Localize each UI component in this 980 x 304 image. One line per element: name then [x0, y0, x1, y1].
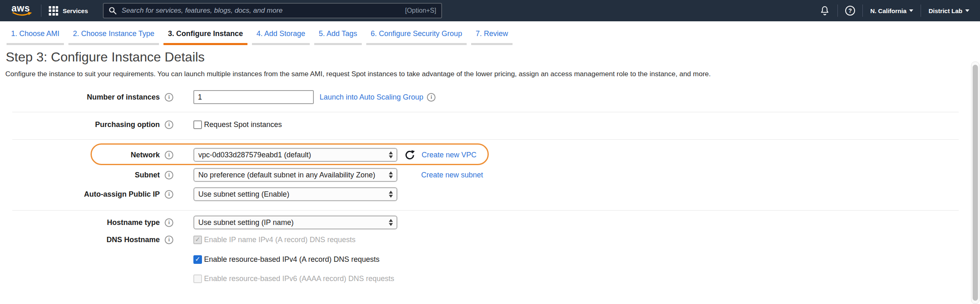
create-new-subnet-link[interactable]: Create new subnet — [421, 171, 483, 179]
nav-divider — [862, 5, 863, 17]
auto-assign-public-ip-label: Auto-assign Public IP — [0, 190, 160, 199]
row-hostname-type: Hostname type i Use subnet setting (IP n… — [0, 215, 397, 230]
create-new-vpc-link[interactable]: Create new VPC — [422, 151, 476, 159]
enable-ip-name-ipv4-label: Enable IP name IPv4 (A record) DNS reque… — [204, 236, 356, 244]
tab-choose-ami[interactable]: 1. Choose AMI — [7, 29, 64, 45]
region-selector[interactable]: N. California — [870, 7, 913, 14]
subnet-label: Subnet — [0, 171, 160, 179]
info-icon[interactable]: i — [427, 93, 436, 102]
select-arrows-icon — [389, 191, 393, 198]
bell-icon — [819, 5, 830, 16]
purchasing-option-label: Purchasing option — [0, 120, 160, 129]
search-icon — [109, 7, 117, 15]
auto-assign-public-ip-select[interactable]: Use subnet setting (Enable) — [193, 187, 397, 201]
info-icon[interactable]: i — [165, 93, 173, 102]
row-number-of-instances: Number of instances i Launch into Auto S… — [0, 90, 436, 104]
tab-choose-instance-type[interactable]: 2. Choose Instance Type — [68, 29, 159, 45]
tab-configure-instance[interactable]: 3. Configure Instance — [163, 29, 247, 45]
request-spot-instances-checkbox[interactable] — [193, 120, 202, 129]
info-icon[interactable]: i — [165, 190, 173, 199]
wizard-step-tabs: 1. Choose AMI 2. Choose Instance Type 3.… — [0, 21, 980, 45]
search-shortcut-hint: [Option+S] — [405, 7, 436, 14]
services-menu[interactable]: Services — [49, 6, 88, 16]
help-button[interactable]: ? — [845, 6, 855, 16]
tab-review[interactable]: 7. Review — [471, 29, 513, 45]
refresh-icon — [404, 150, 415, 161]
topbar-right-cluster: ? N. California District Lab — [819, 5, 969, 17]
row-resource-based-ipv6: Enable resource-based IPv6 (AAAA record)… — [0, 271, 394, 286]
hostname-type-select[interactable]: Use subnet setting (IP name) — [193, 216, 397, 229]
select-arrows-icon — [389, 172, 393, 179]
hostname-type-label: Hostname type — [0, 218, 160, 227]
info-icon[interactable]: i — [165, 120, 173, 129]
configure-instance-form: Number of instances i Launch into Auto S… — [0, 82, 980, 304]
info-icon[interactable]: i — [165, 218, 173, 227]
enable-resource-based-ipv6-checkbox — [193, 275, 202, 283]
enable-resource-based-ipv6-label: Enable resource-based IPv6 (AAAA record)… — [204, 275, 394, 283]
notifications-button[interactable] — [819, 5, 830, 16]
aws-logo[interactable]: aws — [11, 3, 34, 18]
account-label: District Lab — [928, 7, 962, 14]
help-icon: ? — [845, 6, 855, 16]
tab-configure-security-group[interactable]: 6. Configure Security Group — [366, 29, 467, 45]
row-purchasing-option: Purchasing option i Request Spot instanc… — [0, 117, 282, 132]
select-arrows-icon — [389, 152, 393, 159]
enable-ip-name-ipv4-checkbox: ✓ — [193, 236, 202, 244]
select-arrows-icon — [389, 219, 393, 226]
services-grid-icon — [49, 6, 58, 16]
nav-divider — [41, 5, 41, 17]
tab-add-storage[interactable]: 4. Add Storage — [252, 29, 310, 45]
hostname-type-value: Use subnet setting (IP name) — [198, 218, 294, 227]
section-divider — [12, 139, 959, 140]
subnet-select-value: No preference (default subnet in any Ava… — [198, 171, 375, 179]
section-divider — [12, 210, 959, 211]
request-spot-instances-label: Request Spot instances — [204, 120, 282, 129]
number-of-instances-label: Number of instances — [0, 93, 160, 102]
info-icon[interactable]: i — [165, 236, 173, 244]
tab-add-tags[interactable]: 5. Add Tags — [314, 29, 362, 45]
refresh-vpc-button[interactable] — [404, 150, 415, 161]
chevron-down-icon — [965, 9, 969, 12]
number-of-instances-input[interactable] — [193, 90, 314, 104]
search-input[interactable] — [122, 7, 405, 15]
vertical-scrollbar-track[interactable] — [971, 61, 980, 304]
region-label: N. California — [870, 7, 906, 14]
network-label: Network — [0, 151, 160, 159]
services-label: Services — [63, 7, 88, 14]
top-navigation-bar: aws Services [Option+S] ? — [0, 0, 980, 21]
global-search-box[interactable]: [Option+S] — [103, 3, 442, 18]
auto-assign-public-ip-value: Use subnet setting (Enable) — [198, 190, 289, 199]
aws-smile-icon — [12, 12, 33, 18]
section-divider — [12, 112, 959, 112]
network-select-value: vpc-0d033d287579eabd1 (default) — [198, 151, 311, 159]
page-title: Step 3: Configure Instance Details — [6, 50, 205, 65]
info-icon[interactable]: i — [165, 151, 173, 159]
info-icon[interactable]: i — [165, 171, 173, 179]
vertical-scrollbar-thumb[interactable] — [973, 65, 978, 301]
subnet-select[interactable]: No preference (default subnet in any Ava… — [193, 168, 397, 182]
enable-resource-based-ipv4-checkbox[interactable]: ✓ — [193, 255, 202, 264]
enable-resource-based-ipv4-label: Enable resource-based IPv4 (A record) DN… — [204, 255, 379, 264]
page-description: Configure the instance to suit your requ… — [5, 70, 711, 78]
row-network: Network i vpc-0d033d287579eabd1 (default… — [0, 147, 476, 162]
dns-hostname-label: DNS Hostname — [0, 236, 160, 244]
row-subnet: Subnet i No preference (default subnet i… — [0, 168, 483, 182]
account-menu[interactable]: District Lab — [928, 7, 969, 14]
nav-divider — [921, 5, 921, 17]
network-select[interactable]: vpc-0d033d287579eabd1 (default) — [193, 148, 397, 162]
nav-divider — [837, 5, 838, 17]
row-resource-based-ipv4: ✓ Enable resource-based IPv4 (A record) … — [0, 252, 379, 267]
row-dns-hostname: DNS Hostname i ✓ Enable IP name IPv4 (A … — [0, 232, 356, 247]
launch-into-auto-scaling-group-link[interactable]: Launch into Auto Scaling Group — [320, 93, 423, 102]
row-auto-assign-public-ip: Auto-assign Public IP i Use subnet setti… — [0, 187, 397, 202]
chevron-down-icon — [909, 9, 913, 12]
